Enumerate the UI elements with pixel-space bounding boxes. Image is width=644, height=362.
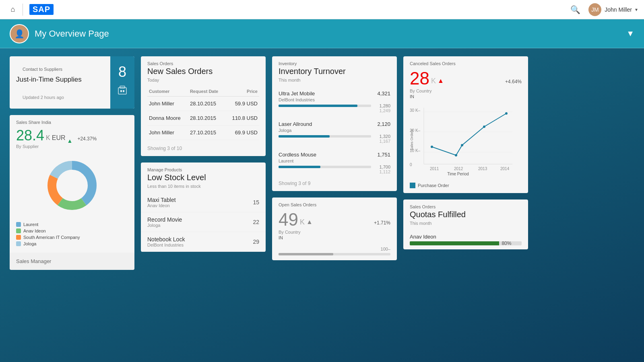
inv-low-2: 1,167: [279, 139, 390, 145]
inv-value2-2: 1,320: [374, 134, 390, 139]
canceled-chart: 30 K– 20 K– 10 K– 0 2011 2012 2013 2014: [403, 101, 528, 181]
home-icon[interactable]: ⌂: [6, 3, 19, 16]
quotas-category: Sales Orders: [403, 200, 528, 210]
product-name-2: Record Movie: [147, 216, 182, 223]
product-name-3: Notebook Lock: [147, 236, 185, 243]
user-menu[interactable]: JM John Miller ▾: [588, 3, 638, 16]
inv-low-3: 1,112: [279, 169, 390, 176]
suppliers-name: Just-in-Time Supplies: [16, 76, 104, 84]
suppliers-building-icon: [117, 84, 128, 98]
suppliers-right-panel: 8: [110, 56, 134, 109]
quota-name-1: Anav Ideon: [410, 234, 522, 240]
canceled-k-label: K: [431, 77, 436, 85]
inventory-row[interactable]: Ultra Jet Mobile 4,321 DelBont Industrie…: [272, 86, 397, 117]
inventory-title: Inventory Turnover: [272, 67, 397, 78]
table-row[interactable]: John Miller 28.10.2015 59.9 USD: [147, 97, 259, 111]
col-customer: Customer: [147, 86, 188, 97]
svg-text:Sales Orders: Sales Orders: [410, 129, 414, 150]
svg-rect-0: [118, 88, 126, 94]
order-date-3: 27.10.2015: [188, 125, 225, 140]
canceled-up-arrow-icon: ▲: [438, 77, 444, 84]
legend-box: [410, 183, 415, 188]
sales-share-card: Sales Share India 28.4 K EUR ▲ +24.37% B…: [10, 115, 134, 270]
open-orders-card: Open Sales Orders 49 K ▲ +1.71% By Count…: [272, 197, 397, 260]
sales-share-currency: EUR: [52, 134, 66, 142]
new-orders-subtitle: Today: [141, 78, 266, 86]
order-customer-2: Donna Moore: [147, 111, 188, 125]
inv-supplier-3: Laurent: [279, 158, 390, 163]
open-orders-category: Open Sales Orders: [272, 197, 397, 208]
inventory-subtitle: This month: [272, 78, 397, 86]
suppliers-badge: 8: [118, 64, 126, 80]
order-price-3: 69.9 USD: [225, 125, 259, 140]
inv-product-3: Cordless Mouse: [279, 152, 316, 158]
inventory-row[interactable]: Cordless Mouse 1,751 Laurent 1,700 1,112: [272, 148, 397, 178]
svg-text:30 K–: 30 K–: [410, 108, 421, 113]
order-price-2: 110.8 USD: [225, 111, 259, 125]
product-count-1: 15: [253, 199, 259, 206]
svg-point-26: [461, 144, 463, 146]
avatar: JM: [588, 3, 601, 16]
up-arrow-icon: ▲: [67, 138, 73, 144]
inventory-card: Inventory Inventory Turnover This month …: [272, 56, 397, 191]
inv-value1-3: 1,751: [377, 152, 390, 158]
svg-point-27: [483, 125, 485, 128]
legend-jologa: Jologa: [16, 241, 128, 246]
open-up-arrow-icon: ▲: [306, 218, 313, 226]
product-count-2: 22: [253, 219, 259, 225]
new-orders-category: Sales Orders: [141, 56, 266, 67]
quotas-subtitle: This month: [403, 221, 528, 230]
product-count-3: 29: [253, 239, 259, 245]
canceled-category: Canceled Sales Orders: [403, 56, 528, 67]
page-title: My Overview Page: [35, 29, 109, 39]
legend-jologa-label: Jologa: [23, 241, 36, 246]
donut-legend: Laurent Anav Ideon South American IT Com…: [10, 219, 134, 251]
inv-value1-1: 4,321: [377, 90, 390, 97]
order-customer-1: John Miller: [147, 97, 188, 111]
chevron-down-icon: ▾: [635, 7, 638, 12]
suppliers-card: Contact to Suppliers Just-in-Time Suppli…: [10, 56, 134, 109]
legend-saic-label: South American IT Company: [23, 235, 80, 240]
sales-share-change: +24.37%: [77, 136, 97, 142]
inv-low-1: 1,249: [279, 108, 390, 115]
svg-point-25: [455, 154, 457, 156]
donut-chart: [10, 152, 134, 219]
order-date-1: 28.10.2015: [188, 97, 225, 111]
quota-row[interactable]: Anav Ideon 80%: [403, 230, 528, 249]
sales-share-label: Sales Share India: [10, 115, 134, 125]
inv-value2-3: 1,700: [374, 165, 390, 169]
quota-bar: 80%: [410, 241, 522, 245]
table-row[interactable]: Donna Moore 28.10.2015 110.8 USD: [147, 111, 259, 125]
canceled-country: IN: [403, 94, 528, 101]
suppliers-updated: Updated 2 hours ago: [16, 92, 104, 103]
sales-share-number: 28.4: [16, 127, 44, 144]
quotas-title: Quotas Fulfilled: [403, 210, 528, 221]
canceled-by-label: By Country: [403, 88, 528, 94]
header-avatar: 👤: [10, 24, 29, 43]
svg-text:2012: 2012: [454, 167, 463, 171]
open-k-label: K: [300, 218, 305, 226]
product-row[interactable]: Record Movie Jologa 22: [141, 212, 266, 232]
open-country: IN: [272, 235, 397, 243]
search-icon[interactable]: 🔍: [570, 5, 580, 14]
inv-product-1: Ultra Jet Mobile: [279, 90, 315, 97]
col-price: Price: [225, 86, 259, 97]
open-change: +1.71%: [374, 220, 390, 226]
new-orders-card: Sales Orders New Sales Orders Today Cust…: [141, 56, 266, 156]
col-date: Request Date: [188, 86, 225, 97]
showing-inventory: Showing 3 of 9: [272, 178, 397, 191]
product-row[interactable]: Notebook Lock DelBont Industries 29: [141, 232, 266, 252]
legend-anav-label: Anav Ideon: [23, 228, 46, 233]
top-navigation: ⌂ SAP 🔍 JM John Miller ▾: [0, 0, 644, 19]
sales-share-k: K: [46, 134, 50, 142]
inv-supplier-1: DelBont Industries: [279, 97, 390, 102]
inv-product-2: Laser Allround: [279, 121, 312, 127]
inv-value2-1: 1,280: [374, 103, 390, 108]
products-title: Low Stock Level: [141, 173, 266, 184]
legend-laurent: Laurent: [16, 222, 128, 227]
product-row[interactable]: Maxi Tablet Anav Ideon 15: [141, 193, 266, 212]
table-row[interactable]: John Miller 27.10.2015 69.9 USD: [147, 125, 259, 140]
filter-icon[interactable]: ▼: [626, 29, 634, 38]
inventory-row[interactable]: Laser Allround 2,120 Jologa 1,320 1,167: [272, 117, 397, 148]
sap-logo: SAP: [29, 4, 54, 15]
